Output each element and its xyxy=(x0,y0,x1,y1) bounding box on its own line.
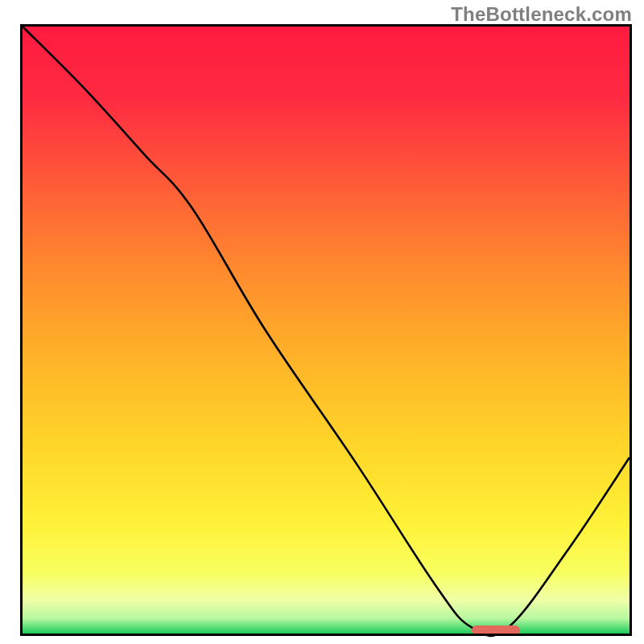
plot-frame xyxy=(20,24,632,636)
chart-canvas: TheBottleneck.com xyxy=(0,0,644,644)
